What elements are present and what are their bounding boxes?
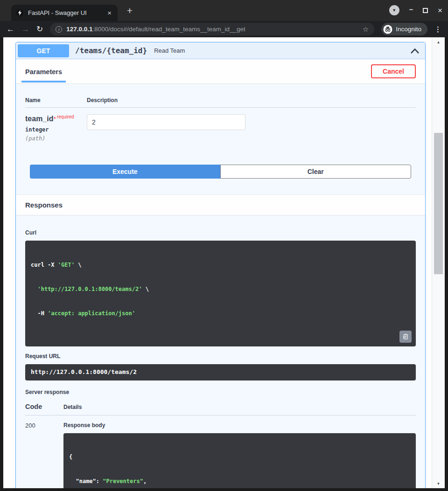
parameter-location: (path) [25,135,87,142]
server-response-label: Server response [25,389,416,395]
url-text: 127.0.0.1:8000/docs#/default/read_team_t… [66,26,358,33]
curl-label: Curl [25,229,416,236]
request-url-label: Request URL [25,353,416,360]
reload-icon[interactable]: ↻ [36,25,43,33]
http-method-badge: GET [18,44,69,57]
parameter-name: team_id [25,115,53,123]
address-bar[interactable]: i 127.0.0.1:8000/docs#/default/read_team… [50,23,374,35]
clear-button[interactable]: Clear [220,165,412,179]
parameters-header-row: Parameters Cancel [16,59,425,84]
parameter-row-team-id: team_id*required integer (path) [25,108,416,142]
forward-icon: → [21,25,29,33]
parameters-table-header: Name Description [25,97,416,108]
fastapi-favicon-icon [16,9,24,17]
response-details-cell: Response body { "name": "Preventers", "h… [63,422,416,488]
tab-menu-button[interactable]: ▼ [389,5,399,15]
swagger-page: GET /teams/{team_id} Read Team Parameter… [3,37,432,488]
browser-tab-bar: FastAPI - Swagger UI × + ▼ – × [0,0,448,21]
chevron-up-icon[interactable] [410,48,420,54]
responses-section-header: Responses [16,194,425,215]
server-response-table-header: Code Details [25,403,416,415]
incognito-label: Incognito [396,26,421,33]
col-code: Code [25,403,63,410]
responses-content: Curl curl -X 'GET' \ 'http://127.0.0.1:8… [16,215,425,488]
page-scrollbar[interactable]: ▲ ▼ [432,37,445,488]
back-icon[interactable]: ← [7,25,14,33]
parameters-table: Name Description team_id*required intege… [16,97,425,179]
browser-toolbar: ← → ↻ i 127.0.0.1:8000/docs#/default/rea… [0,21,448,37]
page-info-icon[interactable]: i [56,26,62,33]
new-tab-button[interactable]: + [123,4,136,17]
server-response-row: 200 Response body { "name": "Preventers"… [25,415,416,488]
col-details: Details [63,404,416,410]
browser-menu-icon[interactable]: ⋮ [434,25,441,34]
parameter-type: integer [25,126,87,133]
minimize-icon[interactable]: – [409,5,413,13]
maximize-icon[interactable] [423,8,428,13]
required-label: required [57,114,74,119]
parameter-value-cell [87,114,416,142]
curl-line: 'http://127.0.0.1:8000/teams/2' \ [31,285,410,293]
clipboard-icon [402,333,409,340]
window-controls: ▼ – × [389,5,442,15]
curl-command: curl -X 'GET' \ 'http://127.0.0.1:8000/t… [25,241,416,346]
url-host: 127.0.0.1 [66,26,92,33]
endpoint-path: /teams/{team_id} [75,46,147,55]
parameter-name-cell: team_id*required integer (path) [25,114,87,142]
execute-button[interactable]: Execute [30,165,220,179]
responses-title: Responses [25,201,63,209]
browser-tab[interactable]: FastAPI - Swagger UI × [11,5,118,21]
response-body: { "name": "Preventers", "headquarters": … [63,433,416,488]
url-path: :8000/docs#/default/read_team_teams__tea… [93,26,245,33]
required-asterisk: * [53,115,56,123]
tab-parameters: Parameters [21,60,66,83]
scrollbar-thumb[interactable] [434,133,443,274]
col-name: Name [25,97,87,104]
opblock-get-teams: GET /teams/{team_id} Read Team Parameter… [15,42,426,488]
response-body-label: Response body [63,422,416,429]
scroll-down-icon[interactable]: ▼ [432,480,445,487]
endpoint-summary: Read Team [154,47,185,54]
col-description: Description [87,97,416,104]
incognito-icon [383,25,392,34]
tab-title: FastAPI - Swagger UI [28,9,102,16]
execute-row: Execute Clear [30,165,411,179]
scroll-up-icon[interactable]: ▲ [432,38,445,46]
close-window-icon[interactable]: × [438,7,442,14]
bookmark-star-icon[interactable]: ☆ [363,25,369,34]
curl-line: curl -X 'GET' \ [31,261,410,269]
copy-curl-button[interactable] [399,331,412,343]
incognito-badge: Incognito [381,23,427,35]
opblock-summary[interactable]: GET /teams/{team_id} Read Team [16,42,425,59]
cancel-button[interactable]: Cancel [371,64,416,78]
curl-line: -H 'accept: application/json' [31,310,410,318]
close-tab-icon[interactable]: × [106,9,113,17]
status-code: 200 [25,422,63,488]
team-id-input[interactable] [87,114,245,130]
request-url-value: http://127.0.0.1:8000/teams/2 [25,364,416,380]
